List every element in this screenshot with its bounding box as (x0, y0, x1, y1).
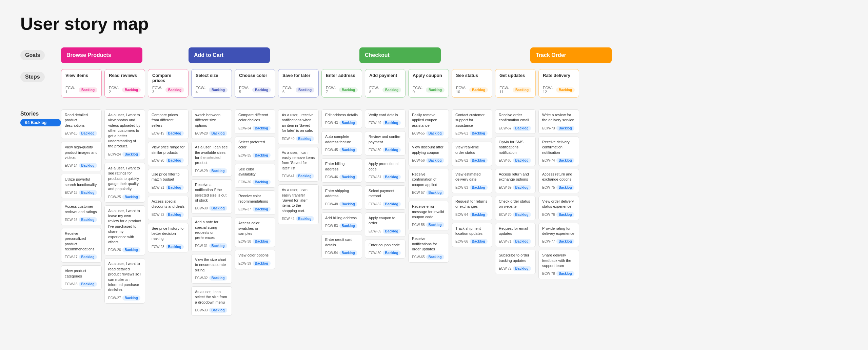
story-card: Enter credit card details ECW-54 Backlog (321, 234, 362, 259)
story-card: As a user, I can easily transfer 'Saved … (278, 184, 319, 224)
goal-browse: Browse Products (61, 47, 142, 63)
story-card: Check order status on website ECW-70 Bac… (495, 196, 536, 220)
story-card: Receive notifications for order updates … (408, 233, 449, 263)
step-save-later: Save for later ECW-6 Backlog (278, 69, 319, 98)
step-enter-address: Enter address ECW-7 Backlog (321, 69, 362, 98)
story-card: Receive personalized product recommendat… (61, 228, 102, 263)
story-card: As a user, I can select the size from a … (191, 286, 232, 316)
story-card: Access customer reviews and ratings ECW-… (61, 201, 102, 225)
step-apply-coupon: Apply coupon ECW-9 Backlog (408, 69, 449, 98)
story-card: View order delivery status experience EC… (538, 196, 579, 220)
steps-label: Steps (20, 72, 45, 82)
story-card: Easily remove applied coupon assistance … (408, 109, 449, 139)
story-card: Subscribe to order tracking updates ECW-… (495, 250, 536, 274)
story-card: Add a note for special sizing requests o… (191, 217, 232, 251)
story-card: Access special discounts and deals ECW-2… (148, 196, 189, 220)
story-column-10: Contact customer support for assistance … (452, 109, 492, 316)
story-card: As a user, I want to read detailed produ… (104, 258, 145, 303)
story-column-6: As a user, I receive notifications when … (278, 109, 319, 316)
story-card: As a user, I want to leave my own review… (104, 205, 145, 256)
story-card: Utilize powerful search functionality EC… (61, 174, 102, 198)
story-card: Enter coupon code ECW-60 Backlog (365, 240, 406, 259)
story-card: View real-time order status ECW-62 Backl… (452, 142, 492, 166)
story-card: Edit address details ECW-43 Backlog (321, 109, 362, 128)
backlog-badge[interactable]: 64 Backlog (20, 119, 61, 126)
story-card: Receive confirmation of coupon applied E… (408, 169, 449, 198)
story-card: Request for email updates ECW-71 Backlog (495, 223, 536, 247)
story-card: Auto-complete address feature ECW-45 Bac… (321, 131, 362, 156)
story-column-7: Edit address details ECW-43 Backlog Auto… (321, 109, 362, 316)
story-card: See price history for better decision ma… (148, 223, 189, 252)
story-column-8: Verify card details ECW-49 Backlog Revie… (365, 109, 406, 316)
story-column-2: As a user, I want to view photos and vid… (104, 109, 145, 316)
page-title: User story map (20, 14, 848, 34)
story-card: Write a review for the delivery service … (538, 109, 579, 134)
story-card: Compare prices from different sellers EC… (148, 109, 189, 139)
step-select-size: Select size ECW-4 Backlog (191, 69, 232, 98)
goal-cart: Add to Cart (189, 47, 270, 63)
story-card: Apply promotional code ECW-51 Backlog (365, 158, 406, 183)
story-card: As a user, I want to see ratings for pro… (104, 163, 145, 203)
story-column-4: switch between different size options EC… (191, 109, 232, 316)
page-container: User story map Goals Browse Products Add… (0, 0, 868, 329)
story-column-12: Write a review for the delivery service … (538, 109, 579, 316)
story-card: Use price filter to match budget ECW-21 … (148, 169, 189, 193)
story-card: Compare different color choices ECW-34 B… (235, 109, 275, 134)
story-card: Access return and exchange options ECW-6… (495, 169, 536, 193)
step-badge: Backlog (79, 87, 97, 92)
story-card: Receive error message for invalid coupon… (408, 201, 449, 230)
story-card: As a user, I receive notifications when … (278, 109, 319, 144)
goal-track: Track Order (530, 47, 612, 63)
story-card: Share delivery feedback with the support… (538, 250, 579, 279)
step-choose-color: Choose color ECW-5 Backlog (235, 69, 275, 98)
story-card: View discount after applying coupon ECW-… (408, 142, 449, 166)
story-card: As a user, I can see the available sizes… (191, 142, 232, 177)
story-card: Track shipment location updates ECW-66 B… (452, 223, 492, 247)
step-see-status: See status ECW-10 Backlog (452, 69, 492, 98)
story-card: View high-quality product images and vid… (61, 142, 102, 171)
step-title: View items (65, 73, 97, 78)
story-card: View color options ECW-39 Backlog (235, 250, 275, 269)
story-card: Verify card details ECW-49 Backlog (365, 109, 406, 128)
story-card: View estimated delivery date ECW-63 Back… (452, 169, 492, 193)
story-card: View product categories ECW-18 Backlog (61, 265, 102, 290)
goal-checkout: Checkout (359, 47, 441, 63)
story-card: Access color swatches or samples ECW-38 … (235, 218, 275, 247)
story-card: Select preferred color ECW-35 Backlog (235, 137, 275, 161)
story-card: Receive delivery confirmation notificati… (538, 137, 579, 166)
story-card: Request for returns or exchanges ECW-64 … (452, 196, 492, 220)
story-card: Read detailed product descriptions ECW-1… (61, 109, 102, 139)
story-card: As a user, I can easily remove items fro… (278, 147, 319, 182)
story-card: Contact customer support for assistance … (452, 109, 492, 139)
story-column-11: Receive order confirmation email ECW-67 … (495, 109, 536, 316)
story-card: Receive color recommendations ECW-37 Bac… (235, 190, 275, 215)
step-add-payment: Add payment ECW-8 Backlog (365, 69, 406, 98)
story-card: Receive a notification if the selected s… (191, 179, 232, 214)
story-card: Add billing address ECW-53 Backlog (321, 212, 362, 231)
step-view-items: View items ECW-1 Backlog (61, 69, 102, 98)
stories-label: Stories (20, 111, 61, 117)
story-card: Access return and exchange options ECW-7… (538, 169, 579, 193)
story-column-9: Easily remove applied coupon assistance … (408, 109, 449, 316)
story-column-1: Read detailed product descriptions ECW-1… (61, 109, 102, 316)
step-read-reviews: Read reviews ECW-2 Backlog (104, 69, 145, 98)
story-card: Opt-in for SMS notifications notificatio… (495, 137, 536, 166)
story-column-3: Compare prices from different sellers EC… (148, 109, 189, 316)
story-card: Provide rating for delivery experience E… (538, 223, 579, 247)
story-card: Enter billing address ECW-46 Backlog (321, 158, 362, 183)
story-card: Apply coupon to order ECW-59 Backlog (365, 212, 406, 237)
step-get-updates: Get updates ECW-11 Backlog (495, 69, 536, 98)
story-column-5: Compare different color choices ECW-34 B… (235, 109, 275, 316)
story-card: Enter shipping address ECW-48 Backlog (321, 185, 362, 210)
story-card: As a user, I want to view photos and vid… (104, 109, 145, 160)
story-card: See color availability ECW-36 Backlog (235, 164, 275, 188)
story-card: View the size chart to ensure accurate s… (191, 254, 232, 284)
step-rate-delivery: Rate delivery ECW-12 Backlog (538, 69, 579, 98)
story-card: Receive order confirmation email ECW-67 … (495, 109, 536, 134)
story-card: Review and confirm payment ECW-50 Backlo… (365, 131, 406, 156)
divider (61, 104, 848, 104)
step-compare-prices: Compare prices ECW-3 Backlog (148, 69, 189, 98)
goals-label: Goals (20, 50, 45, 60)
story-card: View price range for similar products EC… (148, 142, 189, 166)
story-card: Select payment method ECW-52 Backlog (365, 185, 406, 210)
